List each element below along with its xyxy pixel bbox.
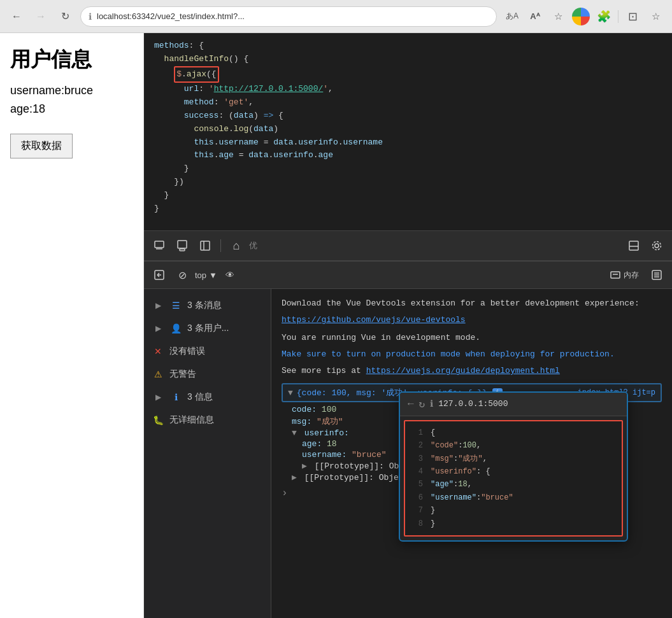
popup-back-button[interactable]: ← <box>408 398 414 410</box>
url-text: localhost:63342/vue2_test/index.html?... <box>97 11 245 21</box>
sidebar-warnings-label: 无警告 <box>169 369 196 380</box>
svg-point-8 <box>655 244 659 248</box>
app-panel: 用户信息 username:bruce age:18 获取数据 <box>0 33 144 618</box>
colon-4: : <box>454 478 458 491</box>
home-button[interactable]: ⌂ <box>226 235 247 256</box>
sidebar-item-errors[interactable]: ✕ 没有错误 <box>144 340 271 363</box>
popup-line-6: 6 "username" : "bruce" <box>410 491 617 504</box>
linenum-4: 4 <box>410 465 423 478</box>
production-text: Make sure to turn on production mode whe… <box>282 349 615 359</box>
back-button[interactable]: ← <box>8 8 25 25</box>
username-prop-name: username: <box>302 450 347 460</box>
security-icon: ℹ <box>89 11 92 22</box>
svg-rect-3 <box>180 249 185 251</box>
svg-rect-6 <box>629 241 638 250</box>
code-line-13: } <box>154 202 662 216</box>
dev-mode-msg: You are running Vue in development mode. <box>282 331 662 345</box>
user-icon: 👤 <box>169 322 182 335</box>
tips-text: See more tips at <box>282 366 361 376</box>
code-line-5: method: 'get', <box>154 96 662 109</box>
log-toggle-arrow[interactable]: ▼ <box>288 388 293 398</box>
more-options-button[interactable] <box>647 265 667 285</box>
key-username: "username" <box>431 491 476 504</box>
message-icon: ☰ <box>169 299 182 312</box>
settings-button[interactable] <box>647 235 667 256</box>
sidebar-item-user[interactable]: ▶ 👤 3 条用户... <box>144 317 271 340</box>
svg-point-9 <box>653 242 661 250</box>
cursor-tool-button[interactable] <box>149 235 169 256</box>
memory-button[interactable]: 内存 <box>604 267 644 283</box>
age-prop-val: 18 <box>327 439 337 449</box>
popup-refresh-button[interactable]: ↻ <box>419 398 425 411</box>
tips-link[interactable]: https://vuejs.org/guide/deployment.html <box>366 366 560 376</box>
address-bar[interactable]: ℹ localhost:63342/vue2_test/index.html?.… <box>80 6 497 27</box>
linenum-5: 5 <box>410 478 423 491</box>
dev-mode-text: You are running Vue in development mode. <box>282 333 480 342</box>
browser-chrome: ← → ↻ ℹ localhost:63342/vue2_test/index.… <box>0 0 672 33</box>
code-line-7: console.log(data) <box>154 123 662 136</box>
eye-button[interactable]: 👁 <box>220 265 240 285</box>
bookmark-button[interactable]: ☆ <box>647 8 664 25</box>
svg-rect-14 <box>611 272 620 278</box>
console-sidebar: ▶ ☰ 3 条消息 ▶ 👤 3 条用户... ✕ 没有错误 ⚠ 无警告 <box>144 289 271 618</box>
popup-line-4: 4 "userinfo" : { <box>410 465 617 478</box>
linenum-6: 6 <box>410 491 423 504</box>
linenum-8: 8 <box>410 517 423 530</box>
dock-button[interactable] <box>624 235 644 256</box>
tips-msg: See more tips at https://vuejs.org/guide… <box>282 364 662 378</box>
translate-button[interactable]: あA <box>503 8 521 25</box>
memory-label: 内存 <box>624 270 639 281</box>
colon-1: : <box>458 439 462 452</box>
toolbar-2-right: 内存 <box>604 265 667 285</box>
sidebar-item-warnings[interactable]: ⚠ 无警告 <box>144 363 271 386</box>
code-line-2: handleGetInfo() { <box>154 53 662 66</box>
svg-rect-0 <box>155 241 164 248</box>
val-age: 18 <box>458 478 467 491</box>
comma-3: , <box>468 478 472 491</box>
google-account-button[interactable] <box>572 8 590 25</box>
sidebar-messages-label: 3 条消息 <box>187 300 222 311</box>
msg-prop-val: "成功" <box>317 417 343 426</box>
top-dropdown-arrow[interactable]: ▼ <box>209 270 217 280</box>
popup-header: ← ↻ ℹ 127.0.0.1:5000 <box>400 393 627 416</box>
browser-actions: あA Aᴬ ☆ 🧩 ⊡ ☆ <box>503 8 664 25</box>
production-msg: Make sure to turn on production mode whe… <box>282 348 662 362</box>
code-prop-name: code: <box>292 405 317 414</box>
key-age: "age" <box>431 478 454 491</box>
panel-toggle-button[interactable] <box>195 235 215 256</box>
toolbar-extra-label: 优 <box>249 240 257 251</box>
top-select-container: top ▼ <box>195 270 217 280</box>
forward-button[interactable]: → <box>32 8 50 25</box>
refresh-button[interactable]: ↻ <box>56 8 74 25</box>
code-line-9: this.age = data.userinfo.age <box>154 149 662 162</box>
info-icon: ℹ <box>169 391 182 404</box>
devtools-toolbar-2: ⊘ top ▼ 👁 内存 <box>144 261 672 289</box>
block-button[interactable]: ⊘ <box>172 265 192 285</box>
colon-2: : <box>454 453 458 465</box>
devtools-link[interactable]: https://github.com/vuejs/vue-devtools <box>282 315 466 325</box>
font-button[interactable]: Aᴬ <box>526 8 544 25</box>
sidebar-item-info[interactable]: ▶ ℹ 3 信息 <box>144 386 271 409</box>
get-data-button[interactable]: 获取数据 <box>10 134 73 158</box>
linenum-2: 2 <box>410 439 423 452</box>
userinfo-toggle[interactable]: ▼ <box>292 428 297 438</box>
extensions-button[interactable]: 🧩 <box>595 8 613 25</box>
devtools-toolbar: ⌂ 优 <box>144 230 672 261</box>
popup-line-8: 8 } <box>410 517 617 530</box>
device-tool-button[interactable] <box>172 235 192 256</box>
top-label: top <box>195 270 206 280</box>
key-code: "code" <box>431 439 458 452</box>
sidebar-item-verbose[interactable]: 🐛 无详细信息 <box>144 409 271 432</box>
sidebar-verbose-label: 无详细信息 <box>169 414 214 426</box>
star-button[interactable]: ☆ <box>549 8 567 25</box>
popup-info-icon: ℹ <box>430 398 433 409</box>
popup-line-5: 5 "age" : 18 , <box>410 478 617 491</box>
sidebar-item-messages[interactable]: ▶ ☰ 3 条消息 <box>144 294 271 317</box>
proto2-toggle[interactable]: ▶ <box>292 473 297 482</box>
back-in-console-button[interactable] <box>149 265 169 285</box>
proto1-toggle[interactable]: ▶ <box>302 461 307 471</box>
popup-line-3: 3 "msg" : "成功" , <box>410 453 617 465</box>
toolbar-right-icons <box>624 235 667 256</box>
split-button[interactable]: ⊡ <box>624 8 641 25</box>
comma-2: , <box>483 453 487 465</box>
